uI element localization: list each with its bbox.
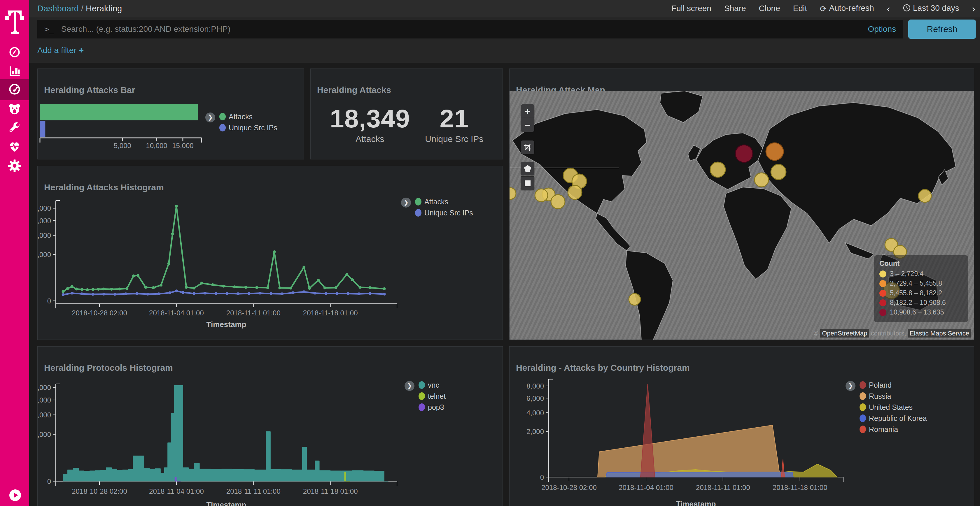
attack-location-circle[interactable] — [551, 195, 565, 209]
legend-item[interactable]: Unique Src IPs — [415, 209, 473, 217]
legend-label: Attacks — [425, 198, 448, 206]
sidebar-item-dashboard[interactable] — [0, 79, 29, 100]
svg-text:2018-11-04 01:00: 2018-11-04 01:00 — [619, 484, 673, 492]
legend-label: Attacks — [229, 113, 253, 121]
svg-text:2018-11-04 01:00: 2018-11-04 01:00 — [149, 487, 204, 495]
svg-text:4,000: 4,000 — [38, 411, 51, 419]
attack-location-circle[interactable] — [629, 293, 641, 305]
legend-item[interactable]: telnet — [418, 392, 445, 400]
osm-link[interactable]: OpenStreetMap — [820, 329, 869, 338]
full-screen-button[interactable]: Full screen — [671, 4, 711, 13]
sidebar-item-dev-tools[interactable] — [0, 119, 29, 138]
legend-toggle-chevron[interactable]: ❯ — [401, 198, 411, 208]
legend-label: telnet — [428, 392, 445, 400]
breadcrumb: Dashboard / Heralding — [37, 4, 122, 13]
attack-location-circle[interactable] — [710, 162, 725, 177]
time-back-chevron[interactable]: ‹ — [887, 3, 890, 14]
svg-text:8,000: 8,000 — [38, 204, 51, 212]
legend-color-dot — [859, 414, 866, 422]
auto-refresh-button[interactable]: ⟳Auto-refresh — [820, 3, 874, 14]
attack-location-circle[interactable] — [918, 189, 931, 202]
filter-bar: Add a filter + — [29, 41, 980, 63]
plus-icon: + — [79, 45, 84, 55]
svg-text:2018-11-11 01:00: 2018-11-11 01:00 — [696, 484, 750, 492]
legend-color-dot — [220, 124, 226, 132]
sidebar-item-monitoring[interactable] — [0, 138, 29, 157]
map-draw-polygon-button[interactable] — [521, 162, 535, 175]
legend-item[interactable]: pop3 — [418, 403, 445, 411]
sidebar-item-management[interactable] — [0, 157, 29, 176]
clone-button[interactable]: Clone — [759, 4, 780, 13]
map-legend-color-dot — [880, 290, 886, 297]
gear-icon — [8, 159, 21, 174]
legend-label: United States — [869, 403, 913, 412]
add-filter-link[interactable]: Add a filter + — [37, 46, 84, 55]
legend-item[interactable]: vnc — [418, 381, 445, 389]
legend-item[interactable]: Republic of Korea — [859, 414, 927, 422]
svg-text:2018-11-18 01:00: 2018-11-18 01:00 — [303, 487, 358, 495]
svg-text:2018-10-28 02:00: 2018-10-28 02:00 — [72, 309, 127, 317]
edit-button[interactable]: Edit — [793, 4, 807, 13]
attack-location-circle[interactable] — [766, 143, 783, 160]
legend-item[interactable]: Romania — [859, 425, 927, 433]
svg-text:2018-10-28 02:00: 2018-10-28 02:00 — [72, 487, 127, 495]
attack-location-circle[interactable] — [754, 173, 768, 187]
attack-location-circle[interactable] — [509, 188, 516, 199]
map-legend-color-dot — [880, 299, 886, 306]
sidebar-item-discover[interactable] — [0, 43, 29, 62]
attack-location-circle[interactable] — [771, 164, 786, 179]
legend-item[interactable]: United States — [859, 403, 927, 411]
legend-label: Republic of Korea — [869, 414, 927, 423]
map-legend-label: 3 – 2,729.4 — [890, 270, 923, 278]
attack-location-circle[interactable] — [535, 189, 548, 202]
map-zoom-in-button[interactable]: + — [521, 104, 535, 118]
attack-location-circle[interactable] — [735, 145, 753, 162]
map-legend-label: 8,182.2 – 10,908.6 — [890, 299, 946, 307]
legend-item[interactable]: Russia — [859, 392, 927, 400]
sidebar-item-honeypot[interactable] — [0, 100, 29, 119]
legend-item[interactable]: Poland — [859, 381, 927, 389]
svg-text:Timestamp: Timestamp — [207, 500, 247, 506]
legend-color-dot — [859, 425, 866, 433]
breadcrumb-dashboard-link[interactable]: Dashboard — [37, 4, 79, 13]
world-map[interactable]: + − Count 3 – 2,729.42,729.4 – 5,455.85,… — [509, 91, 974, 339]
map-legend-label: 2,729.4 – 5,455.8 — [890, 279, 942, 287]
panel-attacks-bar: 5,00010,00015,000 Heralding Attacks Bar … — [37, 68, 304, 159]
attack-location-circle[interactable] — [568, 186, 582, 199]
legend-toggle-chevron[interactable]: ❯ — [205, 113, 215, 122]
svg-text:2018-10-28 02:00: 2018-10-28 02:00 — [541, 484, 597, 492]
map-crop-tool-button[interactable] — [521, 141, 535, 154]
panel-title: Heralding - Attacks by Country Histogram — [516, 363, 690, 373]
ems-link[interactable]: Elastic Maps Service — [908, 329, 971, 338]
svg-text:4,000: 4,000 — [527, 409, 544, 417]
legend-label: pop3 — [428, 403, 444, 412]
map-zoom-out-button[interactable]: − — [521, 118, 535, 132]
legend-item[interactable]: Attacks — [415, 198, 473, 206]
svg-text:6,000: 6,000 — [527, 394, 544, 402]
svg-text:8,000: 8,000 — [38, 384, 51, 392]
map-legend-item: 8,182.2 – 10,908.6 — [880, 299, 963, 307]
map-draw-rectangle-button[interactable] — [521, 176, 535, 190]
map-legend-item: 10,908.6 – 13,635 — [880, 308, 963, 316]
svg-text:2018-11-11 01:00: 2018-11-11 01:00 — [226, 309, 281, 317]
metric-attacks: 18,349 Attacks — [330, 104, 410, 144]
legend-color-dot — [415, 198, 422, 206]
telekom-logo[interactable] — [0, 5, 29, 37]
time-range-picker[interactable]: Last 30 days — [903, 3, 959, 14]
sidebar-item-visualize[interactable] — [0, 62, 29, 81]
panel-title: Heralding Protocols Histogram — [44, 363, 173, 373]
legend-toggle-chevron[interactable]: ❯ — [404, 381, 414, 391]
options-link[interactable]: Options — [868, 24, 896, 34]
legend-item[interactable]: Unique Src IPs — [220, 124, 277, 132]
share-button[interactable]: Share — [724, 4, 746, 13]
refresh-button[interactable]: Refresh — [908, 19, 976, 39]
legend-item[interactable]: Attacks — [220, 113, 277, 121]
bear-icon — [8, 103, 21, 117]
time-forward-chevron[interactable]: › — [972, 3, 975, 14]
kibana-dashboard: Dashboard / Heralding Full screen Share … — [0, 0, 980, 506]
sidebar-expand-button[interactable] — [10, 489, 21, 501]
search-input[interactable] — [60, 24, 863, 34]
legend-label: Poland — [869, 381, 892, 389]
legend-toggle-chevron[interactable]: ❯ — [846, 381, 856, 391]
svg-text:Timestamp: Timestamp — [207, 320, 247, 329]
